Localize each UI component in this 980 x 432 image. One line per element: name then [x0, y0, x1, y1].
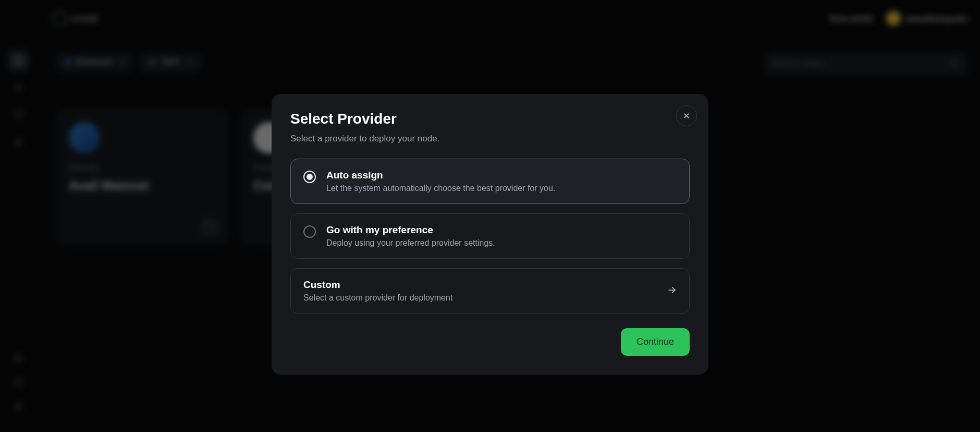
- option-desc: Let the system automatically choose the …: [326, 184, 677, 193]
- option-desc: Select a custom provider for deployment: [303, 293, 657, 303]
- option-title: Go with my preference: [326, 224, 677, 236]
- modal-overlay[interactable]: Select Provider Select a provider to dep…: [0, 0, 980, 432]
- option-preference[interactable]: Go with my preference Deploy using your …: [290, 213, 690, 259]
- close-icon: [683, 112, 690, 119]
- modal-title: Select Provider: [290, 111, 690, 127]
- modal-subtitle: Select a provider to deploy your node.: [290, 134, 690, 144]
- option-desc: Deploy using your preferred provider set…: [326, 238, 677, 248]
- option-title: Custom: [303, 279, 657, 291]
- close-button[interactable]: [676, 105, 697, 126]
- option-title: Auto assign: [326, 170, 677, 181]
- continue-button[interactable]: Continue: [621, 328, 690, 356]
- arrow-right-icon: [667, 285, 677, 297]
- option-custom[interactable]: Custom Select a custom provider for depl…: [290, 268, 690, 314]
- select-provider-modal: Select Provider Select a provider to dep…: [272, 94, 708, 375]
- option-auto-assign[interactable]: Auto assign Let the system automatically…: [290, 159, 690, 204]
- radio-icon: [303, 171, 316, 183]
- radio-icon: [303, 225, 316, 238]
